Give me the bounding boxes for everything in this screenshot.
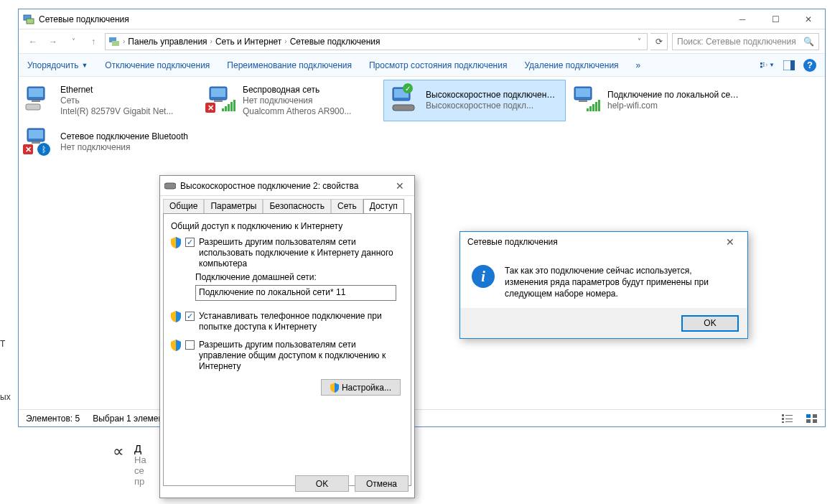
connection-adapter: Intel(R) 82579V Gigabit Net... bbox=[60, 106, 173, 117]
refresh-button[interactable]: ⟳ bbox=[650, 33, 668, 50]
modem-icon bbox=[164, 182, 176, 190]
cropped-left-text: Т ых bbox=[0, 337, 11, 403]
connection-name: Высокоскоростное подключение 2 bbox=[426, 90, 559, 101]
back-button[interactable]: ← bbox=[24, 33, 42, 50]
doc-title: Д bbox=[134, 442, 146, 454]
checkbox-dial-up-label: Устанавливать телефонное подключение при… bbox=[199, 311, 403, 332]
chevron-right-icon: › bbox=[210, 37, 213, 45]
msgbox-ok-button[interactable]: OK bbox=[681, 315, 739, 332]
ok-button[interactable]: OK bbox=[295, 475, 349, 492]
details-view-button[interactable] bbox=[782, 414, 793, 423]
svg-rect-6 bbox=[763, 64, 765, 65]
group-title: Общий доступ к подключению к Интернету bbox=[171, 221, 403, 231]
connection-status: Сеть bbox=[60, 95, 173, 106]
titlebar[interactable]: Сетевые подключения ─ ☐ ✕ bbox=[19, 9, 825, 29]
cancel-button[interactable]: Отмена bbox=[355, 475, 409, 492]
svg-rect-5 bbox=[763, 62, 765, 63]
connection-name: Ethernet bbox=[60, 85, 173, 95]
preview-pane-icon[interactable] bbox=[782, 58, 796, 73]
svg-rect-36 bbox=[813, 419, 817, 423]
msgbox-close-button[interactable]: ✕ bbox=[720, 235, 740, 249]
svg-rect-20 bbox=[393, 105, 414, 111]
disabled-overlay-icon: ✕ bbox=[205, 103, 215, 113]
properties-dialog: Высокоскоростное подключение 2: свойства… bbox=[159, 175, 415, 498]
svg-rect-4 bbox=[760, 62, 762, 65]
svg-rect-12 bbox=[29, 88, 43, 97]
tab-general[interactable]: Общие bbox=[163, 199, 204, 213]
search-icon: 🔍 bbox=[803, 37, 814, 47]
broadband-icon: ✓ bbox=[390, 85, 419, 113]
breadcrumb-network-internet[interactable]: Сеть и Интернет bbox=[215, 37, 281, 47]
lan-icon bbox=[571, 84, 600, 113]
toolbar-overflow[interactable]: » bbox=[636, 60, 641, 70]
home-network-dropdown[interactable]: Подключение по локальной сети* 11 bbox=[195, 285, 396, 301]
share-icon: ∝ bbox=[113, 442, 124, 461]
message-box: Сетевые подключения ✕ i Так как это подк… bbox=[459, 231, 748, 339]
checkbox-allow-share[interactable]: ✓ bbox=[185, 238, 195, 247]
dialog-close-button[interactable]: ✕ bbox=[390, 179, 410, 193]
large-icons-view-button[interactable] bbox=[806, 414, 818, 423]
connection-name: Подключение по локальной сети* 11 bbox=[607, 90, 742, 101]
svg-rect-1 bbox=[27, 19, 34, 24]
help-icon[interactable]: ? bbox=[803, 59, 816, 72]
organize-menu[interactable]: Упорядочить ▼ bbox=[27, 60, 88, 70]
svg-rect-3 bbox=[112, 41, 119, 46]
connection-ethernet[interactable]: Ethernet Сеть Intel(R) 82579V Gigabit Ne… bbox=[19, 80, 201, 121]
connections-area: Ethernet Сеть Intel(R) 82579V Gigabit Ne… bbox=[19, 77, 825, 166]
rename-connection-button[interactable]: Переименование подключения bbox=[227, 60, 352, 70]
tab-access[interactable]: Доступ bbox=[363, 199, 404, 213]
svg-rect-7 bbox=[760, 65, 762, 67]
tab-parameters[interactable]: Параметры bbox=[204, 199, 263, 213]
chevron-right-icon: › bbox=[284, 37, 286, 45]
connection-name: Беспроводная сеть bbox=[243, 85, 351, 95]
breadcrumb-control-panel[interactable]: Панель управления bbox=[128, 37, 207, 47]
svg-rect-8 bbox=[763, 65, 765, 66]
connection-name: Сетевое подключение Bluetooth bbox=[60, 131, 188, 142]
connection-adapter: Qualcomm Atheros AR900... bbox=[243, 106, 351, 117]
explorer-window: Сетевые подключения ─ ☐ ✕ ← → ˅ ↑ › Пане… bbox=[18, 9, 826, 427]
view-options-icon[interactable]: ▼ bbox=[760, 58, 775, 73]
status-bar: Элементов: 5 Выбран 1 элемент bbox=[19, 409, 825, 426]
svg-rect-27 bbox=[782, 414, 784, 416]
minimize-button[interactable]: ─ bbox=[726, 9, 759, 29]
svg-rect-10 bbox=[790, 60, 795, 70]
disable-connection-button[interactable]: Отключение подключения bbox=[105, 60, 210, 70]
maximize-button[interactable]: ☐ bbox=[759, 9, 792, 29]
connection-lan-11[interactable]: Подключение по локальной сети* 11 help-w… bbox=[566, 80, 748, 121]
svg-rect-28 bbox=[785, 415, 793, 416]
checkbox-dial-up[interactable]: ✓ bbox=[185, 312, 195, 321]
settings-button[interactable]: Настройка... bbox=[321, 379, 401, 396]
up-button[interactable]: ↑ bbox=[85, 33, 102, 50]
connection-status: Высокоскоростное подкл... bbox=[426, 101, 559, 111]
address-dropdown-icon[interactable]: ˅ bbox=[635, 37, 644, 45]
checkbox-allow-control[interactable] bbox=[185, 340, 195, 350]
bluetooth-icon: ✕ ᛒ bbox=[24, 126, 53, 154]
address-bar[interactable]: › Панель управления › Сеть и Интернет › … bbox=[105, 33, 648, 50]
connection-broadband-2[interactable]: ✓ Высокоскоростное подключение 2 Высокос… bbox=[383, 80, 566, 121]
svg-rect-22 bbox=[576, 88, 590, 97]
msgbox-title: Сетевые подключения bbox=[467, 237, 720, 247]
svg-rect-33 bbox=[806, 414, 811, 418]
signal-bars-icon bbox=[222, 100, 235, 111]
svg-rect-26 bbox=[32, 141, 40, 144]
tab-network[interactable]: Сеть bbox=[331, 199, 363, 213]
forward-button[interactable]: → bbox=[45, 33, 62, 50]
history-dropdown[interactable]: ˅ bbox=[65, 33, 82, 50]
checkbox-allow-control-label: Разрешить другим пользователям сети упра… bbox=[199, 340, 403, 372]
close-button[interactable]: ✕ bbox=[792, 9, 825, 29]
selected-count: Выбран 1 элемент bbox=[93, 414, 167, 424]
view-status-button[interactable]: Просмотр состояния подключения bbox=[369, 60, 507, 70]
shield-icon bbox=[171, 237, 181, 248]
search-input[interactable]: Поиск: Сетевые подключения 🔍 bbox=[672, 33, 819, 50]
connection-bluetooth[interactable]: ✕ ᛒ Сетевое подключение Bluetooth Нет по… bbox=[19, 121, 201, 163]
tab-security[interactable]: Безопасность bbox=[263, 199, 331, 213]
msgbox-titlebar[interactable]: Сетевые подключения ✕ bbox=[460, 232, 747, 252]
connection-wireless[interactable]: ✕ Беспроводная сеть Нет подключения Qual… bbox=[201, 80, 383, 121]
breadcrumb-network-connections[interactable]: Сетевые подключения bbox=[290, 37, 381, 47]
svg-rect-30 bbox=[785, 419, 793, 419]
home-network-label: Подключение домашней сети: bbox=[195, 272, 403, 282]
dialog-titlebar[interactable]: Высокоскоростное подключение 2: свойства… bbox=[160, 176, 414, 196]
address-bar-row: ← → ˅ ↑ › Панель управления › Сеть и Инт… bbox=[19, 29, 825, 54]
delete-connection-button[interactable]: Удаление подключения bbox=[524, 60, 618, 70]
svg-rect-34 bbox=[813, 414, 817, 418]
